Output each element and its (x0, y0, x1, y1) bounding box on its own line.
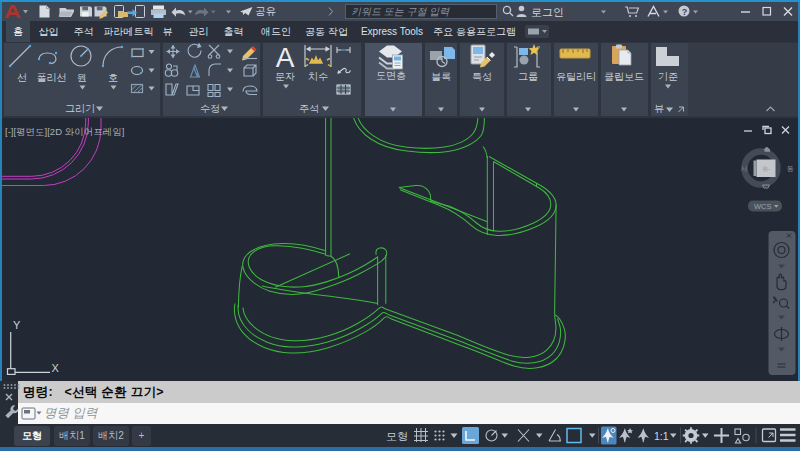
svg-text:치수: 치수 (308, 71, 328, 82)
svg-text:서: 서 (741, 165, 748, 172)
svg-text:1:1: 1:1 (654, 430, 669, 442)
svg-text:동: 동 (787, 165, 794, 172)
svg-text:기준: 기준 (658, 71, 678, 82)
svg-text:도면층: 도면층 (376, 70, 406, 81)
svg-text:폴리선: 폴리선 (37, 72, 67, 83)
svg-text:WCS: WCS (754, 202, 772, 211)
svg-text:선: 선 (17, 72, 27, 83)
svg-text:클립보드: 클립보드 (604, 71, 644, 82)
svg-text:원: 원 (77, 72, 87, 83)
svg-text:호: 호 (108, 72, 118, 83)
svg-text:?: ? (682, 7, 688, 17)
svg-text:공유: 공유 (255, 5, 276, 17)
svg-text:로그인: 로그인 (531, 6, 564, 18)
svg-text:[-][평면도][2D 와이어프레임]: [-][평면도][2D 와이어프레임] (5, 126, 124, 137)
svg-text:위-: 위- (762, 166, 770, 172)
svg-text:X: X (52, 362, 60, 374)
svg-text:수정: 수정 (200, 103, 220, 114)
svg-text:블록: 블록 (431, 71, 451, 82)
svg-text:모형: 모형 (386, 430, 408, 442)
svg-text:유틸리티: 유틸리티 (556, 71, 596, 82)
svg-text:특성: 특성 (472, 71, 492, 82)
svg-text:뷰: 뷰 (654, 103, 664, 114)
svg-text:그리기: 그리기 (65, 103, 95, 114)
svg-text:Y: Y (13, 319, 21, 331)
svg-text:A: A (276, 42, 295, 73)
svg-text:그룹: 그룹 (518, 71, 538, 82)
svg-text:주석: 주석 (299, 103, 319, 114)
